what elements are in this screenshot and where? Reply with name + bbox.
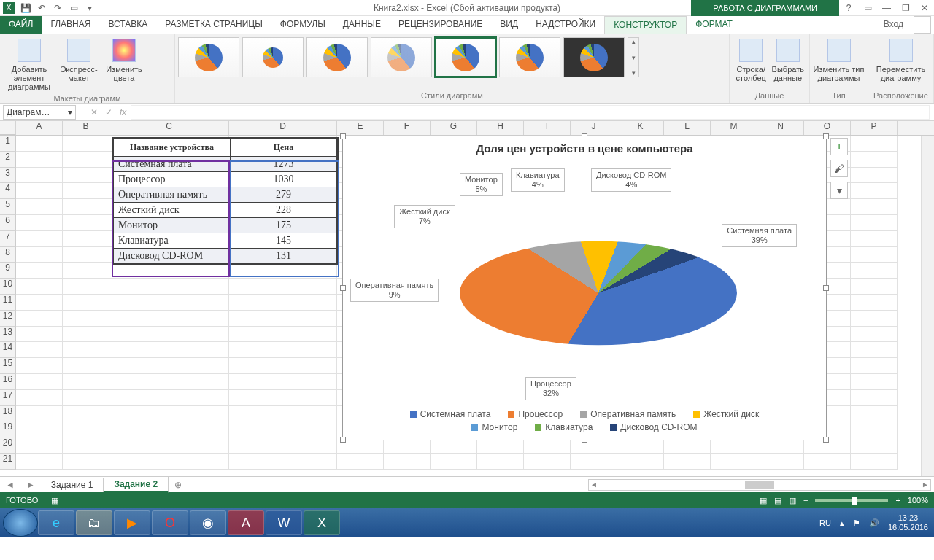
col-header[interactable]: L: [664, 121, 711, 135]
login-link[interactable]: Вход: [884, 16, 911, 34]
col-header[interactable]: F: [384, 121, 431, 135]
start-button[interactable]: [3, 509, 38, 537]
gallery-more-button[interactable]: ▴▾▾: [628, 37, 639, 77]
tray-flag-icon[interactable]: ▴: [840, 518, 844, 528]
cell[interactable]: [109, 279, 229, 295]
confirm-icon[interactable]: ✓: [105, 107, 112, 117]
cell[interactable]: [63, 247, 109, 263]
change-chart-type-button[interactable]: Изменить тип диаграммы: [813, 37, 865, 82]
cell[interactable]: [851, 390, 898, 406]
qat-undo-icon[interactable]: ↶: [34, 1, 50, 15]
table-cell[interactable]: 145: [231, 233, 337, 249]
col-header[interactable]: G: [431, 121, 477, 135]
table-cell[interactable]: Системная плата: [114, 157, 231, 172]
row-header[interactable]: 2: [0, 152, 16, 168]
qat-new-icon[interactable]: ▭: [66, 1, 82, 15]
table-cell[interactable]: 175: [231, 218, 337, 233]
row-header[interactable]: 9: [0, 262, 16, 279]
row-header[interactable]: 18: [0, 406, 16, 422]
chart-title[interactable]: Доля цен устройств в цене компьютера: [343, 136, 826, 156]
cell[interactable]: [63, 215, 109, 231]
cell[interactable]: [109, 454, 229, 470]
new-sheet-icon[interactable]: ⊕: [169, 480, 188, 490]
cell[interactable]: [109, 311, 229, 327]
move-chart-button[interactable]: Переместить диаграмму: [871, 37, 930, 82]
table-cell[interactable]: 279: [231, 187, 337, 203]
cancel-icon[interactable]: ✕: [90, 107, 98, 117]
col-header[interactable]: A: [16, 121, 63, 135]
chart-object[interactable]: Доля цен устройств в цене компьютера Сис…: [342, 136, 827, 440]
cell[interactable]: [16, 183, 63, 199]
cell[interactable]: [16, 262, 63, 279]
zoom-slider[interactable]: [815, 499, 888, 502]
cell[interactable]: [16, 358, 63, 374]
cell[interactable]: [851, 358, 898, 374]
task-excel-icon[interactable]: X: [304, 510, 340, 535]
col-header[interactable]: P: [851, 121, 898, 135]
cell[interactable]: [109, 374, 229, 390]
table-cell[interactable]: 228: [231, 203, 337, 218]
cell[interactable]: [109, 390, 229, 406]
cell[interactable]: [63, 183, 109, 199]
cell[interactable]: [16, 168, 63, 184]
cell[interactable]: [851, 374, 898, 390]
task-acrobat-icon[interactable]: A: [228, 510, 264, 535]
tab-view[interactable]: ВИД: [491, 16, 527, 34]
table-cell[interactable]: Процессор: [114, 172, 231, 187]
cell[interactable]: [16, 215, 63, 231]
view-page-break-icon[interactable]: ▥: [789, 496, 796, 505]
close-icon[interactable]: ✕: [915, 3, 934, 13]
cell[interactable]: [851, 421, 898, 438]
cell[interactable]: [617, 454, 664, 470]
cell[interactable]: [664, 454, 711, 470]
cell[interactable]: [229, 454, 337, 470]
row-header[interactable]: 6: [0, 215, 16, 231]
task-explorer-icon[interactable]: 🗂: [76, 510, 112, 535]
row-header[interactable]: 14: [0, 342, 16, 358]
sheet-tab-2[interactable]: Задание 2: [104, 477, 169, 493]
select-data-button[interactable]: Выбрать данные: [770, 37, 807, 82]
task-word-icon[interactable]: W: [266, 510, 302, 535]
row-header[interactable]: 3: [0, 168, 16, 184]
row-header[interactable]: 5: [0, 199, 16, 215]
cell[interactable]: [337, 454, 384, 470]
cell[interactable]: [63, 374, 109, 390]
table-cell[interactable]: 1030: [231, 172, 337, 187]
cell[interactable]: [63, 421, 109, 438]
col-header[interactable]: I: [524, 121, 571, 135]
tab-formulas[interactable]: ФОРМУЛЫ: [271, 16, 334, 34]
view-normal-icon[interactable]: ▦: [760, 496, 767, 505]
add-chart-element-button[interactable]: Добавить элемент диаграммы: [3, 37, 55, 91]
tab-design[interactable]: КОНСТРУКТОР: [604, 16, 687, 34]
cell[interactable]: [229, 390, 337, 406]
col-header[interactable]: N: [757, 121, 804, 135]
cell[interactable]: [109, 406, 229, 422]
cell[interactable]: [16, 406, 63, 422]
tab-insert[interactable]: ВСТАВКА: [99, 16, 156, 34]
cell[interactable]: [229, 327, 337, 343]
row-header[interactable]: 15: [0, 358, 16, 374]
table-cell[interactable]: Дисковод CD-ROM: [114, 249, 231, 264]
cell[interactable]: [16, 279, 63, 295]
cell[interactable]: [16, 421, 63, 438]
select-all-cell[interactable]: [0, 121, 16, 135]
cell[interactable]: [851, 262, 898, 279]
cell[interactable]: [63, 438, 109, 454]
cell[interactable]: [851, 168, 898, 184]
minimize-icon[interactable]: —: [877, 3, 896, 13]
tab-page-layout[interactable]: РАЗМЕТКА СТРАНИЦЫ: [156, 16, 271, 34]
cell[interactable]: [229, 295, 337, 311]
table-cell[interactable]: Оперативная память: [114, 187, 231, 203]
chart-style-7[interactable]: [563, 37, 625, 77]
cell[interactable]: [524, 454, 571, 470]
cell[interactable]: [229, 374, 337, 390]
cell[interactable]: [851, 199, 898, 215]
cell[interactable]: [63, 454, 109, 470]
row-header[interactable]: 20: [0, 438, 16, 454]
cell[interactable]: [109, 295, 229, 311]
formula-input[interactable]: [131, 105, 930, 120]
sheet-nav-next-icon[interactable]: ►: [20, 480, 41, 490]
cell[interactable]: [229, 406, 337, 422]
table-cell[interactable]: Жесткий диск: [114, 203, 231, 218]
cell[interactable]: [63, 136, 109, 152]
